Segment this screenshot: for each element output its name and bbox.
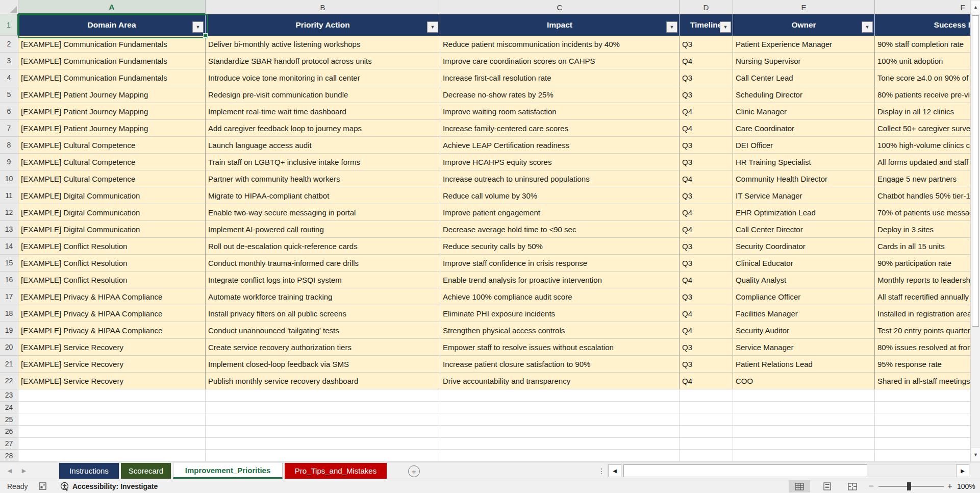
cell-F14[interactable]: Cards in all 15 units [875,238,970,255]
cell-C28[interactable] [440,450,680,462]
cell-C21[interactable]: Increase patient closure satisfaction to… [440,356,680,373]
cell-D27[interactable] [680,438,733,450]
cell-B28[interactable] [206,450,440,462]
cell-E3[interactable]: Nursing Supervisor [733,53,875,69]
cell-A26[interactable] [18,426,206,438]
cell-E6[interactable]: Clinic Manager [733,103,875,120]
row-header-2[interactable]: 2 [0,36,18,53]
cell-F24[interactable] [875,402,970,414]
cell-D23[interactable] [680,389,733,402]
cell-C25[interactable] [440,413,680,426]
cell-D13[interactable]: Q4 [680,221,733,238]
column-header-F[interactable]: F [875,0,980,14]
select-all-button[interactable] [0,0,18,14]
tab-splitter-dots-icon[interactable]: ⋮ [598,462,605,479]
cell-B9[interactable]: Train staff on LGBTQ+ inclusive intake f… [206,154,440,170]
row-header-3[interactable]: 3 [0,53,18,69]
cell-F9[interactable]: All forms updated and staff trained [875,154,970,170]
row-header-19[interactable]: 19 [0,322,18,339]
cell-B8[interactable]: Launch language access audit [206,137,440,154]
cell-B13[interactable]: Implement AI-powered call routing [206,221,440,238]
cell-B25[interactable] [206,413,440,426]
cell-E22[interactable]: COO [733,373,875,389]
row-header-1[interactable]: 1 [0,14,18,36]
cell-C12[interactable]: Improve patient engagement [440,204,680,221]
column-header-B[interactable]: B [206,0,440,14]
cell-D21[interactable]: Q3 [680,356,733,373]
cell-B17[interactable]: Automate workforce training tracking [206,288,440,305]
row-header-18[interactable]: 18 [0,305,18,322]
cell-E2[interactable]: Patient Experience Manager [733,36,875,53]
cell-A6[interactable]: [EXAMPLE] Patient Journey Mapping [18,103,206,120]
cell-E27[interactable] [733,438,875,450]
cell-B19[interactable]: Conduct unannounced 'tailgating' tests [206,322,440,339]
cell-C18[interactable]: Eliminate PHI exposure incidents [440,305,680,322]
filter-dropdown-button[interactable]: ▼ [427,21,438,33]
cell-C22[interactable]: Drive accountability and transparency [440,373,680,389]
cell-E20[interactable]: Service Manager [733,339,875,356]
cell-E16[interactable]: Quality Analyst [733,272,875,288]
cell-D14[interactable]: Q3 [680,238,733,255]
cell-F25[interactable] [875,413,970,426]
column-header-C[interactable]: C [440,0,680,14]
cell-B3[interactable]: Standardize SBAR handoff protocol across… [206,53,440,69]
add-sheet-button[interactable]: + [408,465,420,477]
tab-nav-right-icon[interactable]: ▶ [17,462,31,479]
scroll-down-icon[interactable]: ▼ [971,448,980,462]
cell-B20[interactable]: Create service recovery authorization ti… [206,339,440,356]
row-header-24[interactable]: 24 [0,402,18,414]
cell-A8[interactable]: [EXAMPLE] Cultural Competence [18,137,206,154]
row-header-5[interactable]: 5 [0,86,18,103]
cell-C27[interactable] [440,438,680,450]
cell-B24[interactable] [206,402,440,414]
cell-F22[interactable]: Shared in all-staff meetings [875,373,970,389]
filter-dropdown-button[interactable]: ▼ [720,21,731,33]
row-header-26[interactable]: 26 [0,426,18,438]
cell-B7[interactable]: Add caregiver feedback loop to journey m… [206,120,440,137]
cell-C23[interactable] [440,389,680,402]
accessibility-status-label[interactable]: Accessibility: Investigate [72,479,158,493]
cell-C9[interactable]: Improve HCAHPS equity scores [440,154,680,170]
cell-C10[interactable]: Increase outreach to uninsured populatio… [440,170,680,187]
row-header-14[interactable]: 14 [0,238,18,255]
cell-D18[interactable]: Q4 [680,305,733,322]
cell-B6[interactable]: Implement real-time wait time dashboard [206,103,440,120]
cell-B16[interactable]: Integrate conflict logs into PSQI system [206,272,440,288]
cell-D12[interactable]: Q4 [680,204,733,221]
row-header-10[interactable]: 10 [0,170,18,187]
cell-E18[interactable]: Facilities Manager [733,305,875,322]
cell-A18[interactable]: [EXAMPLE] Privacy & HIPAA Compliance [18,305,206,322]
cell-C24[interactable] [440,402,680,414]
cell-F8[interactable]: 100% high-volume clinics covered [875,137,970,154]
row-header-9[interactable]: 9 [0,154,18,170]
cell-C20[interactable]: Empower staff to resolve issues without … [440,339,680,356]
cell-A28[interactable] [18,450,206,462]
cell-A22[interactable]: [EXAMPLE] Service Recovery [18,373,206,389]
cell-A12[interactable]: [EXAMPLE] Digital Communication [18,204,206,221]
cell-C16[interactable]: Enable trend analysis for proactive inte… [440,272,680,288]
cell-C19[interactable]: Strengthen physical access controls [440,322,680,339]
header-cell-A1[interactable]: Domain Area▼ [18,14,206,36]
vertical-scrollbar-thumb[interactable] [972,15,979,327]
cell-A25[interactable] [18,413,206,426]
row-header-16[interactable]: 16 [0,272,18,288]
scroll-left-icon[interactable]: ◀ [608,464,621,477]
row-header-15[interactable]: 15 [0,255,18,272]
cell-C15[interactable]: Improve staff confidence in crisis respo… [440,255,680,272]
fill-handle[interactable] [203,33,208,38]
zoom-in-icon[interactable]: + [945,479,955,493]
macro-record-icon[interactable] [39,482,47,490]
cell-F3[interactable]: 100% unit adoption [875,53,970,69]
cell-F6[interactable]: Display in all 12 clinics [875,103,970,120]
cell-E14[interactable]: Security Coordinator [733,238,875,255]
cell-A14[interactable]: [EXAMPLE] Conflict Resolution [18,238,206,255]
cell-F20[interactable]: 80% issues resolved at frontline [875,339,970,356]
cell-C6[interactable]: Improve waiting room satisfaction [440,103,680,120]
sheet-tab-scorecard[interactable]: Scorecard [121,463,171,479]
cell-C11[interactable]: Reduce call volume by 30% [440,187,680,204]
row-header-7[interactable]: 7 [0,120,18,137]
row-header-23[interactable]: 23 [0,389,18,402]
row-header-6[interactable]: 6 [0,103,18,120]
cell-B10[interactable]: Partner with community health workers [206,170,440,187]
row-header-20[interactable]: 20 [0,339,18,356]
